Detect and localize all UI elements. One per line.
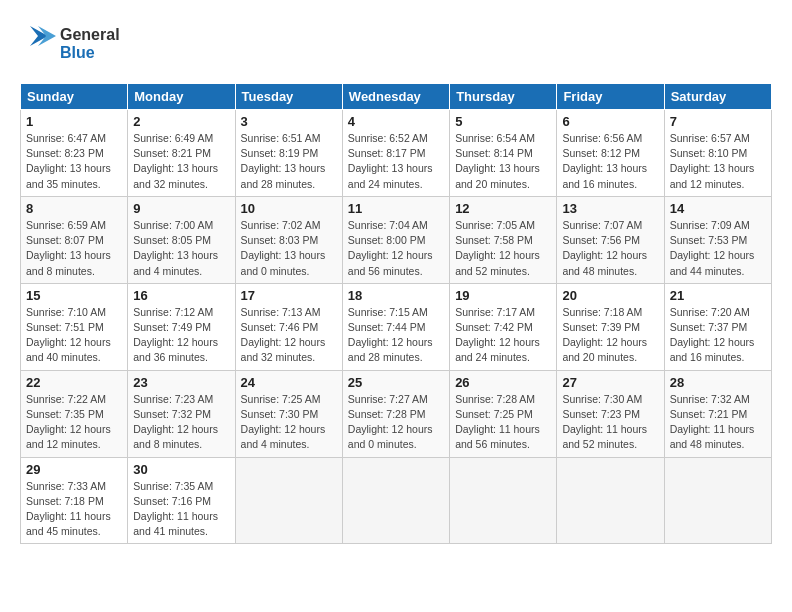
calendar-cell: 18Sunrise: 7:15 AM Sunset: 7:44 PM Dayli… <box>342 283 449 370</box>
calendar-cell: 20Sunrise: 7:18 AM Sunset: 7:39 PM Dayli… <box>557 283 664 370</box>
day-info: Sunrise: 7:09 AM Sunset: 7:53 PM Dayligh… <box>670 218 766 279</box>
calendar-cell: 27Sunrise: 7:30 AM Sunset: 7:23 PM Dayli… <box>557 370 664 457</box>
day-number: 20 <box>562 288 658 303</box>
day-number: 15 <box>26 288 122 303</box>
day-number: 24 <box>241 375 337 390</box>
day-info: Sunrise: 7:05 AM Sunset: 7:58 PM Dayligh… <box>455 218 551 279</box>
day-info: Sunrise: 6:47 AM Sunset: 8:23 PM Dayligh… <box>26 131 122 192</box>
day-number: 23 <box>133 375 229 390</box>
day-info: Sunrise: 6:59 AM Sunset: 8:07 PM Dayligh… <box>26 218 122 279</box>
calendar-cell: 21Sunrise: 7:20 AM Sunset: 7:37 PM Dayli… <box>664 283 771 370</box>
day-info: Sunrise: 7:22 AM Sunset: 7:35 PM Dayligh… <box>26 392 122 453</box>
weekday-tuesday: Tuesday <box>235 84 342 110</box>
day-info: Sunrise: 7:25 AM Sunset: 7:30 PM Dayligh… <box>241 392 337 453</box>
weekday-friday: Friday <box>557 84 664 110</box>
svg-text:Blue: Blue <box>60 44 95 61</box>
week-row-5: 29Sunrise: 7:33 AM Sunset: 7:18 PM Dayli… <box>21 457 772 544</box>
day-info: Sunrise: 6:56 AM Sunset: 8:12 PM Dayligh… <box>562 131 658 192</box>
calendar-cell <box>342 457 449 544</box>
day-number: 16 <box>133 288 229 303</box>
day-info: Sunrise: 7:27 AM Sunset: 7:28 PM Dayligh… <box>348 392 444 453</box>
day-number: 5 <box>455 114 551 129</box>
day-info: Sunrise: 6:57 AM Sunset: 8:10 PM Dayligh… <box>670 131 766 192</box>
calendar-cell: 14Sunrise: 7:09 AM Sunset: 7:53 PM Dayli… <box>664 196 771 283</box>
weekday-thursday: Thursday <box>450 84 557 110</box>
day-number: 22 <box>26 375 122 390</box>
day-number: 7 <box>670 114 766 129</box>
day-info: Sunrise: 7:07 AM Sunset: 7:56 PM Dayligh… <box>562 218 658 279</box>
calendar-cell: 24Sunrise: 7:25 AM Sunset: 7:30 PM Dayli… <box>235 370 342 457</box>
day-number: 28 <box>670 375 766 390</box>
calendar-cell <box>557 457 664 544</box>
weekday-saturday: Saturday <box>664 84 771 110</box>
day-number: 26 <box>455 375 551 390</box>
day-info: Sunrise: 7:02 AM Sunset: 8:03 PM Dayligh… <box>241 218 337 279</box>
day-info: Sunrise: 6:54 AM Sunset: 8:14 PM Dayligh… <box>455 131 551 192</box>
header: General Blue <box>20 18 772 73</box>
svg-text:General: General <box>60 26 120 43</box>
day-number: 18 <box>348 288 444 303</box>
calendar-cell: 10Sunrise: 7:02 AM Sunset: 8:03 PM Dayli… <box>235 196 342 283</box>
calendar-cell: 2Sunrise: 6:49 AM Sunset: 8:21 PM Daylig… <box>128 110 235 197</box>
logo-svg: General Blue <box>20 18 130 73</box>
calendar-cell: 11Sunrise: 7:04 AM Sunset: 8:00 PM Dayli… <box>342 196 449 283</box>
day-info: Sunrise: 7:18 AM Sunset: 7:39 PM Dayligh… <box>562 305 658 366</box>
calendar-cell: 1Sunrise: 6:47 AM Sunset: 8:23 PM Daylig… <box>21 110 128 197</box>
day-info: Sunrise: 7:12 AM Sunset: 7:49 PM Dayligh… <box>133 305 229 366</box>
day-number: 19 <box>455 288 551 303</box>
calendar-cell <box>450 457 557 544</box>
day-info: Sunrise: 7:32 AM Sunset: 7:21 PM Dayligh… <box>670 392 766 453</box>
calendar-cell: 15Sunrise: 7:10 AM Sunset: 7:51 PM Dayli… <box>21 283 128 370</box>
calendar-cell: 3Sunrise: 6:51 AM Sunset: 8:19 PM Daylig… <box>235 110 342 197</box>
day-number: 4 <box>348 114 444 129</box>
calendar-cell: 25Sunrise: 7:27 AM Sunset: 7:28 PM Dayli… <box>342 370 449 457</box>
day-info: Sunrise: 6:51 AM Sunset: 8:19 PM Dayligh… <box>241 131 337 192</box>
day-info: Sunrise: 7:15 AM Sunset: 7:44 PM Dayligh… <box>348 305 444 366</box>
calendar-cell: 26Sunrise: 7:28 AM Sunset: 7:25 PM Dayli… <box>450 370 557 457</box>
calendar-cell: 6Sunrise: 6:56 AM Sunset: 8:12 PM Daylig… <box>557 110 664 197</box>
day-number: 8 <box>26 201 122 216</box>
day-number: 13 <box>562 201 658 216</box>
day-info: Sunrise: 7:33 AM Sunset: 7:18 PM Dayligh… <box>26 479 122 540</box>
day-number: 6 <box>562 114 658 129</box>
day-info: Sunrise: 7:00 AM Sunset: 8:05 PM Dayligh… <box>133 218 229 279</box>
calendar-cell: 22Sunrise: 7:22 AM Sunset: 7:35 PM Dayli… <box>21 370 128 457</box>
calendar-cell: 17Sunrise: 7:13 AM Sunset: 7:46 PM Dayli… <box>235 283 342 370</box>
calendar-cell: 8Sunrise: 6:59 AM Sunset: 8:07 PM Daylig… <box>21 196 128 283</box>
day-number: 10 <box>241 201 337 216</box>
day-number: 2 <box>133 114 229 129</box>
day-info: Sunrise: 7:20 AM Sunset: 7:37 PM Dayligh… <box>670 305 766 366</box>
day-number: 29 <box>26 462 122 477</box>
week-row-2: 8Sunrise: 6:59 AM Sunset: 8:07 PM Daylig… <box>21 196 772 283</box>
day-info: Sunrise: 7:30 AM Sunset: 7:23 PM Dayligh… <box>562 392 658 453</box>
calendar-cell: 23Sunrise: 7:23 AM Sunset: 7:32 PM Dayli… <box>128 370 235 457</box>
week-row-3: 15Sunrise: 7:10 AM Sunset: 7:51 PM Dayli… <box>21 283 772 370</box>
calendar-cell: 5Sunrise: 6:54 AM Sunset: 8:14 PM Daylig… <box>450 110 557 197</box>
calendar-cell: 9Sunrise: 7:00 AM Sunset: 8:05 PM Daylig… <box>128 196 235 283</box>
day-info: Sunrise: 7:35 AM Sunset: 7:16 PM Dayligh… <box>133 479 229 540</box>
day-info: Sunrise: 7:04 AM Sunset: 8:00 PM Dayligh… <box>348 218 444 279</box>
day-info: Sunrise: 6:52 AM Sunset: 8:17 PM Dayligh… <box>348 131 444 192</box>
calendar-cell: 16Sunrise: 7:12 AM Sunset: 7:49 PM Dayli… <box>128 283 235 370</box>
day-info: Sunrise: 7:28 AM Sunset: 7:25 PM Dayligh… <box>455 392 551 453</box>
calendar-cell: 12Sunrise: 7:05 AM Sunset: 7:58 PM Dayli… <box>450 196 557 283</box>
weekday-header-row: SundayMondayTuesdayWednesdayThursdayFrid… <box>21 84 772 110</box>
day-number: 11 <box>348 201 444 216</box>
day-number: 3 <box>241 114 337 129</box>
calendar-cell: 7Sunrise: 6:57 AM Sunset: 8:10 PM Daylig… <box>664 110 771 197</box>
day-number: 9 <box>133 201 229 216</box>
day-number: 25 <box>348 375 444 390</box>
calendar-cell <box>235 457 342 544</box>
calendar-cell: 4Sunrise: 6:52 AM Sunset: 8:17 PM Daylig… <box>342 110 449 197</box>
day-info: Sunrise: 7:23 AM Sunset: 7:32 PM Dayligh… <box>133 392 229 453</box>
weekday-wednesday: Wednesday <box>342 84 449 110</box>
calendar: SundayMondayTuesdayWednesdayThursdayFrid… <box>20 83 772 544</box>
day-number: 1 <box>26 114 122 129</box>
weekday-sunday: Sunday <box>21 84 128 110</box>
day-number: 17 <box>241 288 337 303</box>
svg-marker-0 <box>30 26 48 46</box>
day-number: 12 <box>455 201 551 216</box>
day-info: Sunrise: 6:49 AM Sunset: 8:21 PM Dayligh… <box>133 131 229 192</box>
calendar-cell: 29Sunrise: 7:33 AM Sunset: 7:18 PM Dayli… <box>21 457 128 544</box>
page: General Blue SundayMondayTuesdayWednesda… <box>0 0 792 554</box>
